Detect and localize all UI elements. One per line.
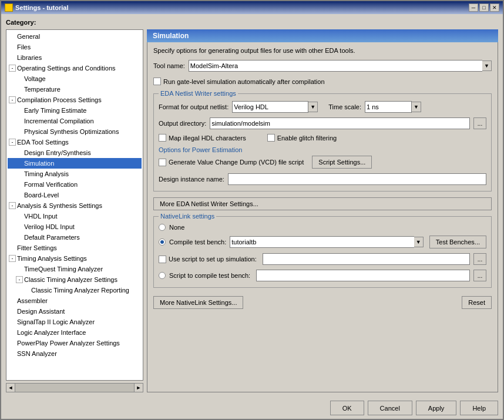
timescale-dropdown-btn[interactable]: ▼ — [412, 102, 421, 112]
tree-item-compilation-process[interactable]: -Compilation Process Settings — [8, 95, 142, 105]
use-script-checkbox[interactable] — [159, 256, 166, 263]
scroll-right-btn[interactable]: ► — [134, 383, 143, 392]
tree-item-vhdl-input[interactable]: VHDL Input — [8, 211, 142, 221]
tree-label-assembler: Assembler — [17, 296, 48, 305]
compile-bench-combobox[interactable]: tutorialtb — [230, 236, 414, 248]
tree-item-fitter-settings[interactable]: Fitter Settings — [8, 243, 142, 253]
map-hdl-label: Map illegal HDL characters — [169, 135, 246, 142]
tree-item-timequest-timing-analyzer[interactable]: TimeQuest Timing Analyzer — [8, 264, 142, 274]
apply-button[interactable]: Apply — [416, 401, 457, 415]
tree-expander-eda-tool-settings[interactable]: - — [9, 139, 16, 146]
tree-expander-classic-timing-settings[interactable]: - — [16, 276, 23, 283]
more-eda-btn[interactable]: More EDA Netlist Writer Settings... — [153, 197, 492, 210]
tree-item-classic-timing-reporting[interactable]: Classic Timing Analyzer Reporting — [8, 285, 142, 295]
tree-item-powerplay[interactable]: PowerPlay Power Analyzer Settings — [8, 338, 142, 348]
ok-button[interactable]: OK — [330, 401, 364, 415]
tree-item-early-timing[interactable]: Early Timing Estimate — [8, 105, 142, 116]
output-dir-browse-btn[interactable]: ... — [473, 117, 486, 129]
tree-item-classic-timing-settings[interactable]: -Classic Timing Analyzer Settings — [8, 274, 142, 285]
tree-item-design-entry-synthesis[interactable]: Design Entry/Synthesis — [8, 147, 142, 158]
tree-item-logic-analyzer-interface[interactable]: Logic Analyzer Interface — [8, 327, 142, 338]
description-text: Specify options for generating output fi… — [153, 47, 492, 54]
more-nativelink-btn[interactable]: More NativeLink Settings... — [153, 296, 243, 309]
format-dropdown-btn[interactable]: ▼ — [308, 102, 318, 112]
compile-bench-dropdown-btn[interactable]: ▼ — [414, 237, 424, 247]
tree-label-eda-tool-settings: EDA Tool Settings — [17, 137, 69, 147]
script-compile-radio[interactable] — [159, 272, 166, 279]
tree-item-ssn-analyzer[interactable]: SSN Analyzer — [8, 348, 142, 359]
tree-item-libraries[interactable]: Libraries — [8, 52, 142, 63]
tree-expander-compilation-process[interactable]: - — [9, 96, 16, 103]
tool-name-dropdown-btn[interactable]: ▼ — [482, 61, 492, 71]
simulation-body: Specify options for generating output fi… — [147, 42, 498, 392]
tree-item-operating-settings[interactable]: -Operating Settings and Conditions — [8, 63, 142, 73]
tree-item-design-assistant[interactable]: Design Assistant — [8, 306, 142, 317]
bottom-panel-btns-row: More NativeLink Settings... Reset — [153, 296, 492, 309]
tree-item-assembler[interactable]: Assembler — [8, 295, 142, 306]
map-hdl-checkbox[interactable] — [159, 134, 166, 142]
use-script-input[interactable] — [263, 253, 470, 265]
scroll-left-btn[interactable]: ◄ — [6, 383, 15, 392]
tree-item-voltage[interactable]: Voltage — [8, 73, 142, 84]
tree-item-temperature[interactable]: Temperature — [8, 84, 142, 95]
tree-label-libraries: Libraries — [17, 53, 42, 62]
tree-item-analysis-synthesis-settings[interactable]: -Analysis & Synthesis Settings — [8, 200, 142, 211]
tree-label-compilation-process: Compilation Process Settings — [17, 95, 102, 105]
main-area: GeneralFilesLibraries-Operating Settings… — [6, 29, 498, 392]
format-combobox[interactable]: Verilog HDL — [232, 101, 308, 113]
tree-expander-timing-analysis-settings[interactable]: - — [9, 255, 16, 262]
cancel-button[interactable]: Cancel — [368, 401, 412, 415]
minimize-button[interactable]: ─ — [469, 4, 478, 12]
tool-name-combobox[interactable]: ModelSim-Altera — [189, 60, 482, 72]
title-bar: Settings - tutorial ─ □ ✕ — [1, 1, 503, 14]
test-benches-btn[interactable]: Test Benches... — [429, 236, 486, 248]
tree-item-default-parameters[interactable]: Default Parameters — [8, 232, 142, 243]
tree-item-formal-verification[interactable]: Formal Verification — [8, 179, 142, 190]
tree-container[interactable]: GeneralFilesLibraries-Operating Settings… — [6, 29, 143, 381]
compile-bench-radio[interactable] — [159, 238, 166, 246]
script-compile-input[interactable] — [256, 270, 470, 281]
radio-dot — [160, 240, 164, 244]
power-estimation-link[interactable]: Options for Power Estimation — [159, 146, 242, 153]
tree-item-incremental-compilation[interactable]: Incremental Compilation — [8, 116, 142, 126]
tree-item-files[interactable]: Files — [8, 42, 142, 52]
tree-item-timing-analysis[interactable]: Timing Analysis — [8, 169, 142, 179]
vcd-row: Generate Value Change Dump (VCD) file sc… — [159, 156, 486, 169]
tree-item-timing-analysis-settings[interactable]: -Timing Analysis Settings — [8, 253, 142, 264]
window-title: Settings - tutorial — [15, 4, 68, 11]
none-radio[interactable] — [159, 224, 166, 231]
bottom-bar: OK Cancel Apply Help — [1, 397, 503, 419]
vcd-checkbox-row: Generate Value Change Dump (VCD) file sc… — [159, 159, 304, 166]
close-button[interactable]: ✕ — [490, 4, 499, 12]
eda-netlist-title[interactable]: EDA Netlist Writer settings — [159, 90, 238, 97]
output-dir-input[interactable] — [210, 117, 470, 129]
tree-item-board-level[interactable]: Board-Level — [8, 190, 142, 200]
tree-item-general[interactable]: General — [8, 31, 142, 42]
tree-item-physical-synthesis[interactable]: Physical Synthesis Optimizations — [8, 126, 142, 137]
tree-label-vhdl-input: VHDL Input — [24, 211, 57, 221]
timescale-combobox[interactable]: 1 ns — [365, 101, 412, 113]
tool-name-label: Tool name: — [153, 62, 185, 69]
tree-expander-analysis-synthesis-settings[interactable]: - — [9, 202, 16, 209]
nativelink-title[interactable]: NativeLink settings — [159, 213, 216, 220]
tree-label-classic-timing-settings: Classic Timing Analyzer Settings — [24, 275, 117, 284]
tree-label-general: General — [17, 32, 40, 41]
scroll-track[interactable] — [15, 383, 134, 392]
reset-btn[interactable]: Reset — [462, 296, 492, 309]
run-gate-level-checkbox[interactable] — [153, 78, 161, 85]
design-instance-input[interactable] — [228, 173, 486, 185]
tree-item-signaltap[interactable]: SignalTap II Logic Analyzer — [8, 317, 142, 327]
compile-bench-label: Compile test bench: — [169, 238, 226, 246]
timescale-label: Time scale: — [328, 103, 361, 110]
script-compile-browse-btn[interactable]: ... — [473, 270, 486, 281]
tree-item-simulation[interactable]: Simulation — [8, 158, 142, 169]
script-settings-btn[interactable]: Script Settings... — [312, 156, 372, 169]
vcd-checkbox[interactable] — [159, 159, 166, 166]
help-button[interactable]: Help — [460, 401, 498, 415]
glitch-checkbox[interactable] — [267, 134, 275, 142]
use-script-browse-btn[interactable]: ... — [473, 253, 486, 265]
tree-item-verilog-hdl-input[interactable]: Verilog HDL Input — [8, 221, 142, 232]
tree-expander-operating-settings[interactable]: - — [9, 65, 16, 72]
tree-item-eda-tool-settings[interactable]: -EDA Tool Settings — [8, 137, 142, 147]
maximize-button[interactable]: □ — [479, 4, 489, 12]
